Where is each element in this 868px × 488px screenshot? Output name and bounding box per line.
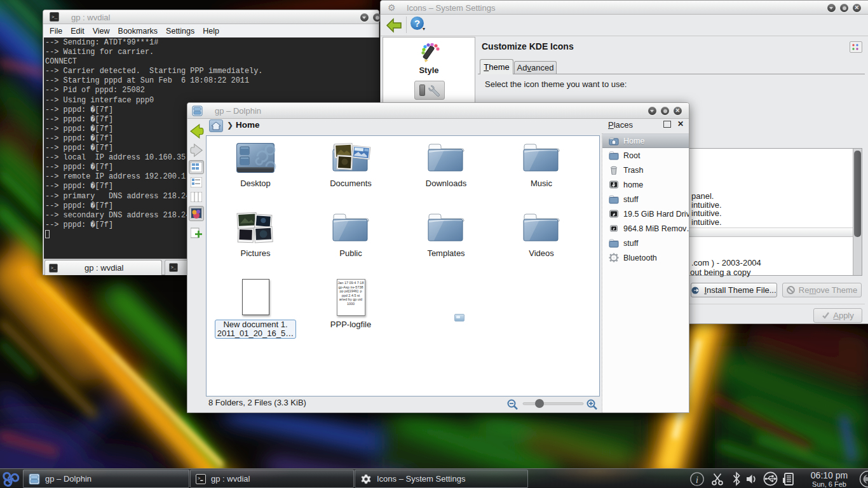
svg-text:i: i: [696, 475, 698, 484]
